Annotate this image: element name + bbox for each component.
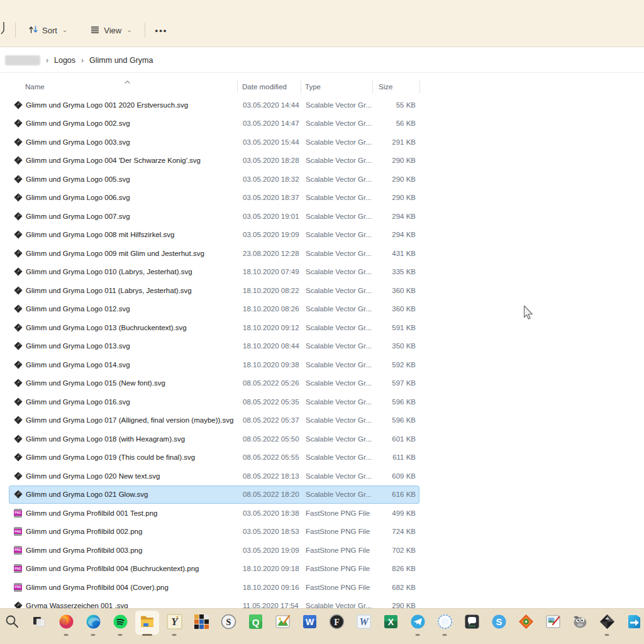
file-date: 08.05.2022 18:20 [243, 491, 306, 498]
inkscape-svg-file-icon [14, 360, 23, 369]
file-row[interactable]: Glimm und Gryma Logo 015 (New font).svg … [9, 374, 419, 393]
file-row[interactable]: Glimm und Gryma Logo 001 2020 Erstversuc… [9, 96, 419, 114]
file-type: FastStone PNG File [306, 547, 378, 554]
breadcrumb-item-logos[interactable]: Logos [54, 56, 75, 65]
breadcrumb-separator-icon: › [46, 56, 48, 65]
file-date: 18.10.2020 07:49 [243, 268, 306, 275]
breadcrumb-redacted[interactable] [5, 55, 40, 65]
taskbar-skype-icon[interactable]: S [491, 613, 507, 636]
file-name: Glimm und Gryma Logo 011 (Labrys, Jester… [26, 287, 243, 294]
svg-text:W: W [305, 617, 314, 627]
file-type: Scalable Vector Gr... [306, 361, 378, 369]
inkscape-svg-file-icon [14, 341, 23, 350]
taskbar-edge-icon[interactable] [85, 613, 101, 636]
file-row[interactable]: Glimm und Gryma Logo 008 mit Hilfszirkel… [9, 226, 419, 245]
file-size: 290 KB [378, 157, 419, 164]
file-row[interactable]: Glimm und Gryma Logo 013 (Buchruckentext… [9, 318, 419, 337]
file-row[interactable]: Glimm und Gryma Logo 016.svg 08.05.2022 … [9, 392, 419, 411]
column-divider[interactable] [419, 80, 420, 93]
file-type: Scalable Vector Gr... [306, 231, 378, 238]
taskbar-s-app-icon[interactable]: S [220, 613, 236, 636]
file-row[interactable]: Glimm und Gryma Logo 011 (Labrys, Jester… [9, 281, 419, 300]
taskbar-file-explorer-icon[interactable] [139, 613, 155, 636]
file-name: Glimm und Gryma Logo 004 'Der Schwarze K… [26, 157, 243, 164]
taskbar-task-view-icon[interactable] [31, 613, 47, 636]
file-size: 499 KB [378, 509, 419, 517]
taskbar-telegram-icon[interactable] [409, 613, 426, 636]
file-row[interactable]: PNG Glimm und Gryma Profilbild 004 (Cove… [9, 578, 419, 597]
column-header-type[interactable]: Type [305, 83, 377, 91]
file-row[interactable]: Gryma Wasserzeichen 001 .svg 11.05.2020 … [9, 597, 419, 609]
taskbar-excel-icon[interactable]: X [382, 613, 399, 636]
column-header-name[interactable]: Name [25, 83, 242, 91]
more-options-button[interactable]: ••• [149, 22, 174, 39]
file-row[interactable]: Glimm und Gryma Logo 005.svg 03.05.2020 … [9, 170, 419, 189]
sort-button[interactable]: Sort ⌄ [22, 21, 74, 40]
running-indicator [605, 634, 609, 636]
file-size: 291 KB [378, 138, 419, 146]
column-header-date[interactable]: Date modified [242, 83, 305, 91]
file-row[interactable]: Glimm und Gryma Logo 020 New text.svg 08… [9, 467, 419, 486]
taskbar-share-app-icon[interactable] [626, 613, 642, 636]
taskbar-qownnotes-icon[interactable]: Q [247, 613, 264, 636]
inkscape-svg-file-icon [14, 101, 23, 109]
file-row[interactable]: Glimm und Gryma Logo 002.svg 03.05.2020 … [9, 114, 419, 133]
taskbar-inkscape-icon[interactable] [599, 613, 615, 636]
file-row[interactable]: Glimm und Gryma Logo 017 (Alligned, fina… [9, 411, 419, 430]
file-row[interactable]: PNG Glimm und Gryma Profilbild 001 Test.… [9, 504, 419, 523]
file-row[interactable]: Glimm und Gryma Logo 003.svg 03.05.2020 … [9, 133, 419, 152]
breadcrumb: › Logos › Glimm und Gryma [0, 48, 644, 73]
file-date: 18.10.2020 08:22 [243, 287, 306, 294]
file-date: 11.05.2020 17:54 [243, 602, 306, 608]
file-size: 592 KB [378, 361, 419, 369]
file-row[interactable]: Glimm und Gryma Logo 009 mit Glim und Je… [9, 244, 419, 263]
taskbar-image-viewer-icon[interactable] [545, 613, 561, 636]
file-row-selected[interactable]: Glimm und Gryma Logo 021 Glow.svg 08.05.… [9, 486, 419, 504]
taskbar-f-app-icon[interactable]: F [328, 613, 345, 636]
file-row[interactable]: Glimm und Gryma Logo 006.svg 03.05.2020 … [9, 189, 419, 208]
file-type: FastStone PNG File [306, 565, 378, 572]
file-row[interactable]: Glimm und Gryma Logo 012.svg 18.10.2020 … [9, 300, 419, 319]
taskbar-write-app-icon[interactable]: W [355, 613, 372, 636]
inkscape-svg-file-icon [14, 435, 23, 443]
inkscape-svg-file-icon [14, 453, 23, 462]
taskbar-session-icon[interactable] [464, 613, 480, 636]
taskbar-scrivener-icon[interactable]: Y [166, 613, 182, 636]
file-row[interactable]: Glimm und Gryma Logo 004 'Der Schwarze K… [9, 152, 419, 170]
view-label: View [104, 26, 121, 35]
taskbar-image-editor-icon[interactable] [274, 613, 291, 636]
file-row[interactable]: PNG Glimm und Gryma Profilbild 002.png 0… [9, 523, 419, 541]
view-button[interactable]: View ⌄ [84, 21, 138, 40]
file-row[interactable]: Glimm und Gryma Logo 013.svg 18.10.2020 … [9, 337, 419, 356]
file-date: 08.05.2022 18:13 [243, 472, 306, 480]
file-row[interactable]: PNG Glimm und Gryma Profilbild 003.png 0… [9, 541, 419, 560]
file-size: 682 KB [378, 584, 419, 591]
breadcrumb-separator-icon: › [81, 56, 84, 65]
breadcrumb-item-folder[interactable]: Glimm und Gryma [89, 56, 153, 65]
column-divider[interactable] [301, 80, 301, 93]
file-name: Glimm und Gryma Logo 014.svg [26, 361, 243, 369]
taskbar-gimp-icon[interactable] [572, 613, 588, 636]
file-name: Glimm und Gryma Logo 002.svg [26, 119, 243, 127]
file-row[interactable]: Glimm und Gryma Logo 019 (This could be … [9, 448, 419, 467]
file-name: Glimm und Gryma Logo 009 mit Glim und Je… [26, 250, 243, 257]
file-row[interactable]: Glimm und Gryma Logo 018 (with Hexagram)… [9, 430, 419, 448]
file-row[interactable]: Glimm und Gryma Logo 010 (Labrys, Jester… [9, 263, 419, 282]
taskbar-word-icon[interactable]: W [301, 613, 318, 636]
file-row[interactable]: Glimm und Gryma Logo 007.svg 03.05.2020 … [9, 207, 419, 226]
file-name: Glimm und Gryma Logo 007.svg [26, 213, 243, 220]
column-divider[interactable] [237, 80, 238, 93]
faststone-png-file-icon: PNG [14, 583, 22, 592]
file-row[interactable]: PNG Glimm und Gryma Profilbild 004 (Buch… [9, 560, 419, 579]
taskbar-signal-icon[interactable] [436, 613, 453, 636]
file-name: Glimm und Gryma Logo 013 (Buchruckentext… [26, 324, 243, 331]
taskbar-search-icon[interactable] [4, 613, 20, 636]
taskbar-tile-game-icon[interactable] [193, 613, 209, 636]
file-size: 55 KB [378, 101, 419, 109]
taskbar-faststone-icon[interactable] [518, 613, 534, 636]
taskbar-spotify-icon[interactable] [112, 613, 128, 636]
file-row[interactable]: Glimm und Gryma Logo 014.svg 18.10.2020 … [9, 355, 419, 374]
taskbar-firefox-icon[interactable] [58, 613, 74, 636]
column-divider[interactable] [372, 80, 373, 93]
column-header-size[interactable]: Size [377, 83, 419, 91]
